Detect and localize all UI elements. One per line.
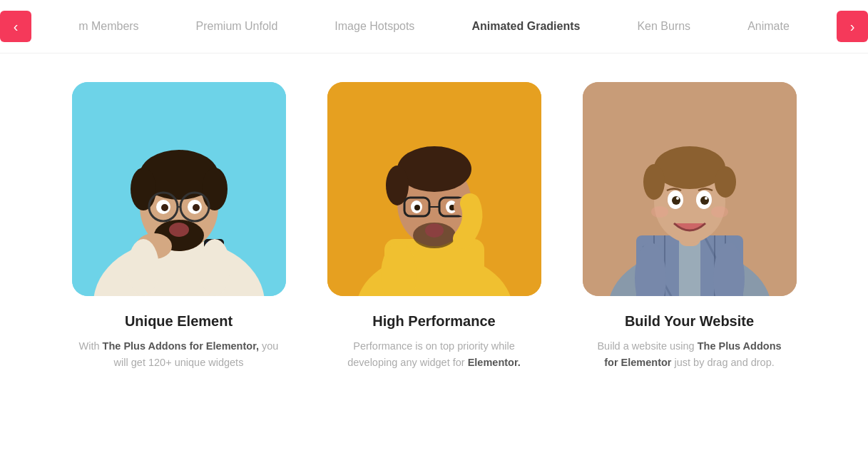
svg-point-15 (169, 223, 189, 237)
nav-item-animate[interactable]: Animate (719, 13, 818, 40)
person1-background (72, 82, 286, 296)
svg-point-5 (131, 168, 156, 210)
card-unique-desc: With The Plus Addons for Elementor, you … (79, 338, 279, 371)
card-unique-element: Unique Element With The Plus Addons for … (65, 82, 293, 371)
card-image-website (583, 82, 797, 296)
svg-point-54 (715, 166, 736, 198)
svg-point-58 (700, 196, 709, 205)
cards-section: Unique Element With The Plus Addons for … (0, 54, 868, 392)
card-performance-title: High Performance (372, 313, 495, 330)
svg-point-53 (643, 164, 665, 200)
card-image-unique (72, 82, 286, 296)
navigation-bar: ‹ m Members Premium Unfold Image Hotspot… (0, 0, 868, 53)
nav-item-animated-gradients[interactable]: Animated Gradients (443, 13, 608, 40)
svg-point-13 (161, 204, 168, 211)
person2-illustration (327, 82, 541, 296)
person3-illustration (583, 82, 797, 296)
svg-point-59 (676, 197, 679, 200)
card-image-performance (327, 82, 541, 296)
card-unique-title: Unique Element (125, 313, 233, 330)
card-performance-desc: Performance is on top priority while dev… (335, 338, 534, 371)
svg-point-19 (199, 239, 230, 296)
svg-point-52 (654, 146, 725, 189)
svg-point-36 (425, 223, 444, 238)
svg-point-61 (651, 206, 668, 218)
svg-point-34 (414, 205, 420, 210)
nav-items-list: m Members Premium Unfold Image Hotspots … (7, 13, 861, 40)
card-high-performance: High Performance Performance is on top p… (320, 82, 548, 371)
svg-point-14 (193, 204, 200, 211)
person1-illustration (72, 82, 286, 296)
svg-point-60 (705, 197, 708, 200)
prev-button[interactable]: ‹ (0, 11, 31, 42)
card-website-desc: Build a website using The Plus Addons fo… (590, 338, 790, 371)
card-website-title: Build Your Website (625, 313, 754, 330)
card-build-website: Build Your Website Build a website using… (576, 82, 804, 371)
svg-point-57 (672, 196, 680, 205)
person2-background (327, 82, 541, 296)
svg-point-62 (711, 206, 728, 218)
nav-item-ken-burns[interactable]: Ken Burns (608, 13, 719, 40)
svg-point-6 (202, 168, 228, 210)
nav-item-members[interactable]: m Members (50, 13, 167, 40)
nav-item-premium-unfold[interactable]: Premium Unfold (168, 13, 307, 40)
next-button[interactable]: › (837, 11, 868, 42)
svg-point-20 (128, 239, 159, 296)
person3-background (583, 82, 797, 296)
nav-item-image-hotspots[interactable]: Image Hotspots (306, 13, 443, 40)
